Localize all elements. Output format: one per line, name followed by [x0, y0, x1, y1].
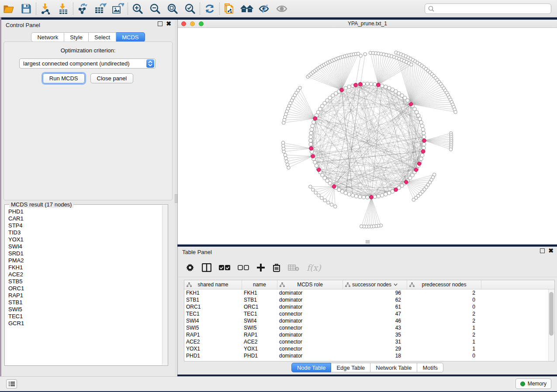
cell[interactable]: SWI5 — [184, 324, 242, 331]
export-table-icon[interactable] — [92, 1, 109, 16]
column-header-name[interactable]: name — [242, 280, 277, 289]
column-header-predecessor-nodes[interactable]: predecessor nodes — [407, 280, 481, 289]
tab-motifs[interactable]: Motifs — [417, 363, 443, 372]
search-box[interactable] — [425, 3, 551, 14]
cell[interactable]: 1 — [407, 345, 481, 352]
memory-button[interactable]: Memory — [515, 378, 551, 389]
save-session-icon[interactable] — [17, 1, 35, 16]
cell[interactable]: ACE2 — [184, 338, 242, 345]
horizontal-splitter-grip[interactable] — [366, 240, 370, 244]
tab-style[interactable]: Style — [64, 32, 89, 42]
cell[interactable]: dominator — [277, 317, 343, 324]
cell[interactable]: 46 — [343, 317, 407, 324]
cell[interactable]: ORC1 — [184, 303, 242, 310]
mcds-result-item[interactable]: SWI5 — [8, 306, 162, 313]
mcds-result-item[interactable]: ACE2 — [8, 271, 162, 278]
cell[interactable]: dominator — [277, 289, 343, 296]
export-network-icon[interactable] — [74, 1, 92, 16]
node-table[interactable]: shared namenameMCDS rolesuccessor nodesp… — [184, 280, 555, 361]
cell[interactable]: 61 — [343, 303, 407, 310]
cell[interactable]: dominator — [277, 303, 343, 310]
cell[interactable]: connector — [277, 324, 343, 331]
cell[interactable]: SWI4 — [242, 317, 277, 324]
cell[interactable]: 1 — [407, 324, 481, 331]
mcds-result-item[interactable]: PHD1 — [8, 208, 162, 215]
float-panel-icon[interactable] — [158, 21, 163, 26]
tab-edge-table[interactable]: Edge Table — [331, 363, 370, 372]
cell[interactable]: 31 — [343, 338, 407, 345]
cell[interactable]: dominator — [277, 296, 343, 303]
cell[interactable]: STB1 — [242, 296, 277, 303]
cell[interactable]: FKH1 — [242, 289, 277, 296]
import-table-icon[interactable] — [55, 1, 72, 16]
first-neighbors-icon[interactable] — [238, 1, 256, 16]
window-close-icon[interactable] — [181, 21, 186, 26]
cell[interactable]: connector — [277, 310, 343, 317]
mcds-result-item[interactable]: SWI4 — [8, 243, 162, 250]
cell[interactable]: 62 — [343, 296, 407, 303]
mcds-result-item[interactable]: STP4 — [8, 222, 162, 229]
cell[interactable]: 0 — [407, 296, 481, 303]
network-canvas[interactable] — [178, 28, 557, 244]
tab-node-table[interactable]: Node Table — [291, 363, 332, 372]
list-scrollbar[interactable] — [162, 205, 168, 365]
close-panel-icon[interactable]: ✖ — [166, 21, 171, 26]
import-network-icon[interactable] — [37, 1, 55, 16]
table-row[interactable]: FKH1FKH1dominator962 — [184, 289, 554, 296]
mcds-result-item[interactable]: SRD1 — [8, 250, 162, 257]
mcds-result-item[interactable]: STB5 — [8, 278, 162, 285]
cell[interactable]: 0 — [407, 352, 481, 359]
table-row[interactable]: ACE2ACE2connector311 — [184, 338, 554, 345]
open-session-icon[interactable] — [0, 1, 17, 16]
cell[interactable]: 43 — [343, 324, 407, 331]
cell[interactable]: connector — [277, 338, 343, 345]
table-row[interactable]: SWI4SWI4dominator462 — [184, 317, 554, 324]
mcds-result-list[interactable]: PHD1CAR1STP4TID3YOX1SWI4SRD1PMA2FKH1ACE2… — [5, 205, 162, 365]
cell[interactable]: 2 — [407, 289, 481, 296]
search-input[interactable] — [435, 4, 551, 13]
task-history-button[interactable] — [6, 379, 17, 389]
cell[interactable]: SWI4 — [184, 317, 242, 324]
cell[interactable]: 1 — [407, 338, 481, 345]
cell[interactable]: RAP1 — [184, 331, 242, 338]
cell[interactable]: TEC1 — [184, 310, 242, 317]
close-panel-icon[interactable]: ✖ — [548, 248, 554, 253]
close-panel-button[interactable]: Close panel — [90, 73, 134, 83]
column-header-MCDS-role[interactable]: MCDS role — [277, 280, 343, 289]
cell[interactable]: YOX1 — [184, 345, 242, 352]
mcds-result-item[interactable]: FKH1 — [8, 264, 162, 271]
window-zoom-icon[interactable] — [199, 21, 204, 26]
cell[interactable]: 18 — [343, 352, 407, 359]
cell[interactable]: PHD1 — [242, 352, 277, 359]
cell[interactable]: TEC1 — [242, 310, 277, 317]
table-row[interactable]: YOX1YOX1connector291 — [184, 345, 554, 352]
cell[interactable]: RAP1 — [242, 331, 277, 338]
cell[interactable]: 29 — [343, 345, 407, 352]
mcds-result-item[interactable]: GCR1 — [8, 320, 162, 327]
zoom-in-icon[interactable] — [129, 1, 146, 16]
settings-gear-icon[interactable] — [186, 263, 194, 272]
table-row[interactable]: ORC1ORC1dominator610 — [184, 303, 554, 310]
tab-select[interactable]: Select — [89, 32, 116, 42]
cell[interactable]: FKH1 — [184, 289, 242, 296]
delete-row-icon[interactable] — [273, 263, 280, 272]
mcds-result-item[interactable]: TID3 — [8, 229, 162, 236]
mcds-result-item[interactable]: RAP1 — [8, 292, 162, 299]
table-scrollbar[interactable] — [548, 289, 554, 361]
cell[interactable]: 2 — [407, 317, 481, 324]
cell[interactable]: 2 — [407, 331, 481, 338]
hide-selected-icon[interactable] — [256, 1, 273, 16]
cell[interactable]: ACE2 — [242, 338, 277, 345]
network-from-selection-icon[interactable] — [221, 1, 238, 16]
table-row[interactable]: STB1STB1dominator620 — [184, 296, 554, 303]
zoom-fit-icon[interactable] — [164, 1, 181, 16]
run-mcds-button[interactable]: Run MCDS — [43, 73, 85, 83]
cell[interactable]: dominator — [277, 331, 343, 338]
column-header-shared-name[interactable]: shared name — [184, 280, 242, 289]
show-columns-icon[interactable] — [202, 263, 211, 272]
column-header-successor-nodes[interactable]: successor nodes — [343, 280, 407, 289]
cell[interactable]: PHD1 — [184, 352, 242, 359]
cell[interactable]: 35 — [343, 331, 407, 338]
mcds-result-item[interactable]: YOX1 — [8, 236, 162, 243]
criterion-dropdown[interactable]: largest connected component (undirected) — [19, 58, 156, 69]
